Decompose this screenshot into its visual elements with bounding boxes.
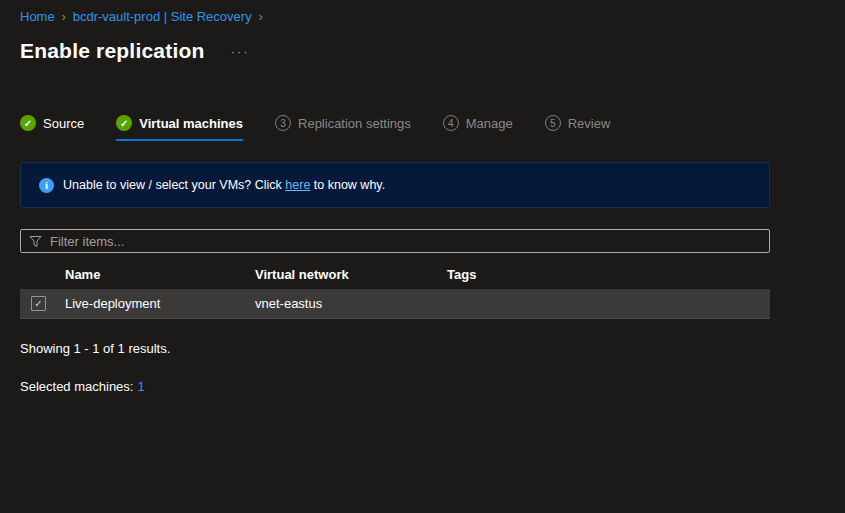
breadcrumb: Home›bcdr-vault-prod | Site Recovery› (20, 9, 845, 25)
cell-virtual-network: vnet-eastus (255, 296, 447, 311)
table-header: Name Virtual network Tags (20, 259, 770, 289)
step-number-icon: 5 (545, 115, 561, 131)
breadcrumb-link-home[interactable]: Home (20, 9, 55, 24)
filter-container[interactable] (20, 229, 770, 253)
banner-here-link[interactable]: here (285, 178, 310, 192)
column-header-name: Name (65, 267, 255, 282)
chevron-right-icon: › (259, 10, 263, 24)
row-checkbox[interactable]: ✓ (31, 296, 46, 311)
filter-input[interactable] (50, 231, 761, 251)
step-source[interactable]: ✓ Source (20, 115, 84, 141)
table-row[interactable]: ✓ Live-deployment vnet-eastus (20, 289, 770, 319)
results-count: Showing 1 - 1 of 1 results. (20, 341, 845, 356)
info-banner: i Unable to view / select your VMs? Clic… (20, 162, 770, 208)
step-label: Source (43, 116, 84, 131)
column-header-tags: Tags (447, 267, 770, 282)
banner-text-after: to know why. (310, 178, 385, 192)
step-manage: 4 Manage (443, 115, 513, 141)
breadcrumb-link-vault[interactable]: bcdr-vault-prod | Site Recovery (73, 9, 252, 24)
selected-machines-count[interactable]: 1 (137, 379, 144, 394)
info-icon: i (39, 178, 54, 193)
wizard-steps: ✓ Source ✓ Virtual machines 3 Replicatio… (20, 115, 845, 141)
page-title: Enable replication (20, 39, 204, 63)
chevron-right-icon: › (62, 10, 66, 24)
step-number-icon: 4 (443, 115, 459, 131)
step-replication-settings: 3 Replication settings (275, 115, 411, 141)
selected-machines-label: Selected machines: (20, 379, 133, 394)
step-virtual-machines[interactable]: ✓ Virtual machines (116, 115, 243, 141)
step-label: Virtual machines (139, 116, 243, 131)
check-circle-icon: ✓ (116, 115, 132, 131)
check-circle-icon: ✓ (20, 115, 36, 131)
banner-text: Unable to view / select your VMs? Click … (63, 178, 385, 192)
selected-machines: Selected machines:1 (20, 379, 845, 394)
filter-funnel-icon (29, 235, 42, 248)
step-label: Replication settings (298, 116, 411, 131)
step-number-icon: 3 (275, 115, 291, 131)
step-label: Manage (466, 116, 513, 131)
column-header-virtual-network: Virtual network (255, 267, 447, 282)
cell-vm-name: Live-deployment (65, 296, 255, 311)
step-review: 5 Review (545, 115, 611, 141)
vm-table: Name Virtual network Tags ✓ Live-deploym… (20, 259, 770, 319)
more-options-icon[interactable]: ··· (230, 44, 249, 59)
banner-text-before: Unable to view / select your VMs? Click (63, 178, 285, 192)
step-label: Review (568, 116, 611, 131)
